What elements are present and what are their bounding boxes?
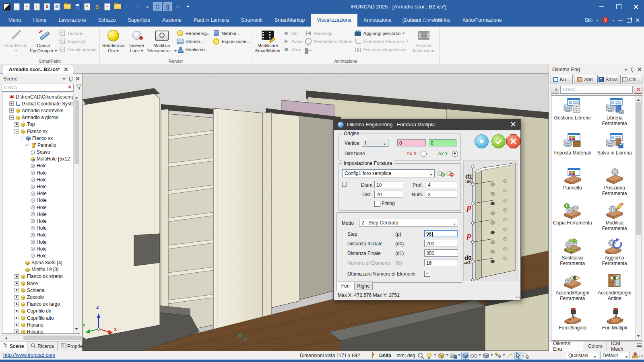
assembly-mode-dropdown-icon[interactable] [503,354,505,357]
catalog-tab-colors[interactable]: Colors [584,341,607,351]
catalog-close-icon[interactable] [638,67,642,72]
spline-tool-icon[interactable]: S [93,2,101,11]
panel-tab-ricerca[interactable]: Ricerca [27,341,58,351]
save-file-icon[interactable] [73,2,81,11]
ironcad-link[interactable]: http://www.ironcad.com [3,352,55,358]
origin-x-field[interactable]: 0 [397,139,426,146]
tree-item-base-27[interactable]: Base [2,280,80,287]
doc-minimize-icon[interactable] [618,20,623,21]
clear-search-button[interactable] [66,84,73,90]
expand-toggle[interactable] [14,295,19,300]
doc-close-icon[interactable] [636,18,640,22]
ribbon-item-rendering[interactable]: Rendering... [177,30,211,36]
expand-toggle[interactable] [9,108,14,113]
ax-x-radio[interactable] [421,151,427,157]
panel-tab-scene[interactable]: Scene [0,341,27,351]
catalog-tab-icm-mech[interactable]: ICM Mech [607,341,638,351]
shaded-view-icon[interactable] [461,352,469,360]
open-file-icon[interactable] [63,2,71,11]
ribbon-tab-visualizzazione[interactable]: Visualizzazione [311,14,357,27]
select-cursor-icon[interactable] [514,352,522,360]
hierarchy-icon[interactable] [632,352,638,360]
command-search[interactable]: Cerca Comandi... [402,16,446,25]
distanza-iniziale-field[interactable]: 200 [424,240,458,247]
orbit-view-icon[interactable]: ● [143,2,152,11]
ribbon-tab-smartmarkup[interactable]: SmartMarkup [268,14,311,27]
catalog-item-accendi-spegni-ferramenta[interactable]: Accendi/Spegni Ferramenta [551,272,594,306]
list-view-icon[interactable]: ≡ [173,2,182,11]
transparency-glasses-icon[interactable] [470,352,478,360]
expand-toggle[interactable] [14,323,19,327]
tree-item-hole-16[interactable]: Hole [2,204,80,211]
expand-toggle[interactable] [20,136,24,140]
config-remove-icon[interactable] [446,169,454,177]
tree-item-hole-11[interactable]: Hole [2,169,80,176]
pin-icon[interactable] [69,76,72,81]
catalog-item-salva-in-libreria[interactable]: Salva in Libreria [594,132,636,167]
window-resize-grip[interactable] [639,354,643,358]
save-edit-icon[interactable]: ✎ [83,2,91,11]
redo-icon[interactable]: ↷ [133,2,142,11]
ribbon-item-sfondo[interactable]: Sfondo... [177,38,211,44]
transparency-glasses-dropdown-icon[interactable] [479,354,481,357]
catalog-item-aggiorna-ferramenta[interactable]: Aggiorna Ferramenta [594,237,636,272]
ribbon-item-aggiungi-percorso[interactable]: Aggiungi percorso [355,30,409,36]
expand-toggle[interactable] [14,309,19,313]
more-commands-icon[interactable] [184,2,192,11]
solid-view-dropdown-icon[interactable] [491,354,493,357]
lamp-tool-dropdown-icon[interactable] [434,354,436,357]
ribbon-tab-aiuto-formazione[interactable]: Aiuto/Formazione [456,14,508,27]
catalog-clear-search[interactable] [634,86,642,94]
catalog-tabs-menu-icon[interactable] [637,345,642,346]
ok-button[interactable] [491,134,506,148]
render-cube-icon[interactable] [437,352,445,360]
maximize-icon[interactable] [616,4,621,9]
catalog-button-chi[interactable]: Chi... [620,75,642,84]
stop-button[interactable] [475,134,489,148]
expand-toggle[interactable] [14,316,19,320]
panel-toggle-icon[interactable]: ▯ [163,2,172,11]
configuration-dropdown[interactable]: Default [600,352,630,359]
vertice-dropdown[interactable]: 1 [362,139,388,147]
tree-item-coprifilo-dx-31[interactable]: Coprifilo dx [2,308,80,315]
tree-item-hole-10[interactable]: Hole [2,162,80,169]
undo-icon[interactable]: ↶ [123,2,132,11]
catalog-item-foro-singolo[interactable]: Foro Singolo [551,306,594,341]
catalog-item-accendi-spegni-antine[interactable]: Accendi/Spegni Antine [594,272,636,306]
expand-toggle[interactable] [14,288,19,292]
expand-toggle[interactable] [9,115,14,120]
ax-y-radio[interactable] [452,151,458,157]
ribbon-tab-assieme[interactable]: Assieme [156,14,188,27]
ribbon-item-nebbia[interactable]: Nebbia... [213,30,250,36]
ribbon-tab-schizzo[interactable]: Schizzo [92,14,122,27]
catalog-item-copia-ferramenta[interactable]: Copia Ferramenta [551,202,594,237]
tree-item-pannello-7[interactable]: Pannello [2,142,80,148]
assembly-mode-icon[interactable] [494,352,502,360]
catalog-item-gestione-librerie[interactable]: Gestione Librerie [551,97,594,132]
new-scene-icon[interactable] [12,2,21,11]
select-box-icon[interactable] [523,352,531,360]
expand-toggle[interactable] [9,101,14,106]
ribbon-tab-menu[interactable]: Menu [2,14,27,27]
ottimizzare-checkbox[interactable] [424,271,430,277]
carica-eyedropper-button[interactable]: CaricaEyeDropper [31,28,56,53]
camera-snapshot-dropdown-icon[interactable] [458,354,460,357]
panel-close-icon[interactable] [76,76,80,81]
tree-item-hole-20[interactable]: Hole [2,232,80,239]
tree-item-top-4[interactable]: Top [2,121,80,128]
import-file-icon[interactable]: I [33,2,41,11]
catalog-item-posiziona-ferramenta[interactable]: Posiziona Ferramenta [594,167,636,202]
tree-item-ripiano-34[interactable]: Ripiano [2,328,80,334]
tree-item-hole-22[interactable]: Hole [2,245,80,252]
tree-horizontal-scrollbar[interactable] [2,335,80,341]
scene-search-input[interactable]: Cerca ... [2,84,74,92]
tree-item-zoccolo-29[interactable]: Zoccolo [2,294,80,300]
minimize-icon[interactable] [599,6,604,7]
catalog-tab-oikema-eng[interactable]: Oikema Eng [549,341,584,351]
expand-toggle[interactable] [14,281,19,286]
close-icon[interactable] [634,4,638,9]
styles-dropdown-icon[interactable] [596,20,599,23]
diam-field[interactable]: 10 [374,181,403,188]
panel-menu-icon[interactable] [62,78,66,82]
tree-item-d-ironcad-oikema-esempi-c-0[interactable]: D:\IronCAD\Oikema\esempi c [2,93,80,100]
